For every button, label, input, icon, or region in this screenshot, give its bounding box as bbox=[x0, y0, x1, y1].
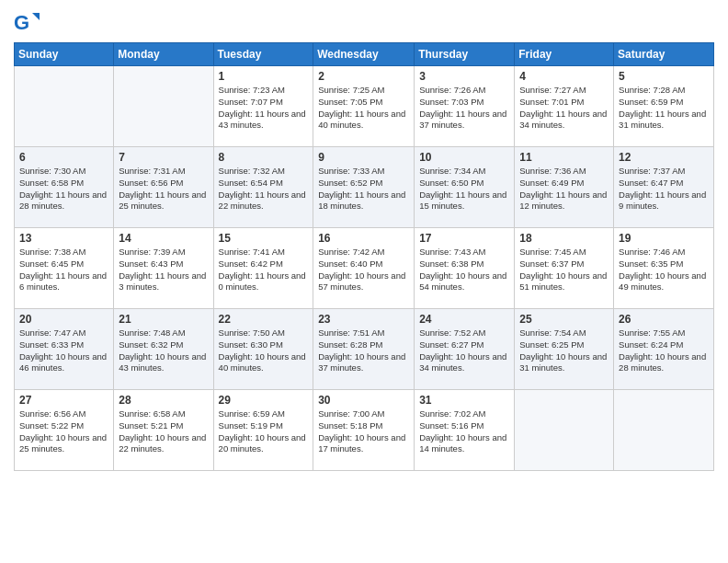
calendar-cell: 15Sunrise: 7:41 AM Sunset: 6:42 PM Dayli… bbox=[213, 228, 313, 309]
calendar-cell: 5Sunrise: 7:28 AM Sunset: 6:59 PM Daylig… bbox=[614, 66, 714, 147]
calendar-cell: 11Sunrise: 7:36 AM Sunset: 6:49 PM Dayli… bbox=[515, 147, 614, 228]
calendar-cell bbox=[15, 66, 114, 147]
day-info: Sunrise: 7:30 AM Sunset: 6:58 PM Dayligh… bbox=[19, 166, 108, 213]
calendar-cell bbox=[515, 390, 614, 471]
day-number: 2 bbox=[318, 70, 409, 83]
day-number: 23 bbox=[318, 313, 409, 326]
calendar-cell: 20Sunrise: 7:47 AM Sunset: 6:33 PM Dayli… bbox=[15, 309, 114, 390]
calendar-cell: 3Sunrise: 7:26 AM Sunset: 7:03 PM Daylig… bbox=[415, 66, 515, 147]
day-info: Sunrise: 7:42 AM Sunset: 6:40 PM Dayligh… bbox=[318, 247, 409, 293]
calendar-cell bbox=[614, 390, 714, 471]
day-number: 30 bbox=[318, 394, 409, 407]
calendar-cell bbox=[114, 66, 213, 147]
day-number: 10 bbox=[419, 151, 509, 164]
calendar-row-2: 6Sunrise: 7:30 AM Sunset: 6:58 PM Daylig… bbox=[15, 147, 714, 228]
day-number: 27 bbox=[19, 394, 108, 407]
day-info: Sunrise: 7:46 AM Sunset: 6:35 PM Dayligh… bbox=[619, 247, 709, 293]
day-number: 18 bbox=[519, 232, 609, 245]
day-number: 19 bbox=[619, 232, 709, 245]
day-info: Sunrise: 7:36 AM Sunset: 6:49 PM Dayligh… bbox=[519, 166, 609, 213]
weekday-header-monday: Monday bbox=[114, 43, 213, 66]
day-number: 16 bbox=[318, 232, 409, 245]
calendar-cell: 23Sunrise: 7:51 AM Sunset: 6:28 PM Dayli… bbox=[313, 309, 415, 390]
calendar-cell: 9Sunrise: 7:33 AM Sunset: 6:52 PM Daylig… bbox=[313, 147, 415, 228]
weekday-header-saturday: Saturday bbox=[614, 43, 714, 66]
day-number: 13 bbox=[19, 232, 108, 245]
calendar-cell: 24Sunrise: 7:52 AM Sunset: 6:27 PM Dayli… bbox=[415, 309, 515, 390]
day-info: Sunrise: 7:45 AM Sunset: 6:37 PM Dayligh… bbox=[519, 247, 609, 293]
day-number: 20 bbox=[19, 313, 108, 326]
calendar-row-1: 1Sunrise: 7:23 AM Sunset: 7:07 PM Daylig… bbox=[15, 66, 714, 147]
calendar-cell: 21Sunrise: 7:48 AM Sunset: 6:32 PM Dayli… bbox=[114, 309, 213, 390]
day-number: 22 bbox=[219, 313, 309, 326]
weekday-header-sunday: Sunday bbox=[15, 43, 114, 66]
header: G bbox=[14, 9, 714, 35]
calendar-cell: 22Sunrise: 7:50 AM Sunset: 6:30 PM Dayli… bbox=[213, 309, 313, 390]
day-info: Sunrise: 7:48 AM Sunset: 6:32 PM Dayligh… bbox=[119, 327, 208, 374]
day-number: 4 bbox=[519, 70, 609, 83]
day-info: Sunrise: 7:25 AM Sunset: 7:05 PM Dayligh… bbox=[318, 85, 409, 132]
day-number: 12 bbox=[619, 151, 709, 164]
day-info: Sunrise: 7:39 AM Sunset: 6:43 PM Dayligh… bbox=[119, 247, 208, 293]
calendar-cell: 16Sunrise: 7:42 AM Sunset: 6:40 PM Dayli… bbox=[313, 228, 415, 309]
day-info: Sunrise: 7:34 AM Sunset: 6:50 PM Dayligh… bbox=[419, 166, 509, 213]
day-number: 9 bbox=[318, 151, 409, 164]
calendar-cell: 26Sunrise: 7:55 AM Sunset: 6:24 PM Dayli… bbox=[614, 309, 714, 390]
calendar-cell: 29Sunrise: 6:59 AM Sunset: 5:19 PM Dayli… bbox=[213, 390, 313, 471]
page: G SundayMondayTuesdayWednesdayThursdayFr… bbox=[0, 0, 728, 563]
day-info: Sunrise: 6:56 AM Sunset: 5:22 PM Dayligh… bbox=[19, 408, 108, 455]
day-info: Sunrise: 7:23 AM Sunset: 7:07 PM Dayligh… bbox=[219, 85, 309, 132]
calendar-row-5: 27Sunrise: 6:56 AM Sunset: 5:22 PM Dayli… bbox=[15, 390, 714, 471]
day-info: Sunrise: 7:52 AM Sunset: 6:27 PM Dayligh… bbox=[419, 327, 509, 374]
day-number: 25 bbox=[519, 313, 609, 326]
calendar-cell: 4Sunrise: 7:27 AM Sunset: 7:01 PM Daylig… bbox=[515, 66, 614, 147]
day-number: 3 bbox=[419, 70, 509, 83]
calendar-cell: 19Sunrise: 7:46 AM Sunset: 6:35 PM Dayli… bbox=[614, 228, 714, 309]
weekday-header-friday: Friday bbox=[515, 43, 614, 66]
calendar-cell: 7Sunrise: 7:31 AM Sunset: 6:56 PM Daylig… bbox=[114, 147, 213, 228]
calendar-cell: 30Sunrise: 7:00 AM Sunset: 5:18 PM Dayli… bbox=[313, 390, 415, 471]
calendar-cell: 6Sunrise: 7:30 AM Sunset: 6:58 PM Daylig… bbox=[15, 147, 114, 228]
day-info: Sunrise: 7:54 AM Sunset: 6:25 PM Dayligh… bbox=[519, 327, 609, 374]
day-info: Sunrise: 7:33 AM Sunset: 6:52 PM Dayligh… bbox=[318, 166, 409, 213]
day-number: 14 bbox=[119, 232, 208, 245]
day-info: Sunrise: 7:51 AM Sunset: 6:28 PM Dayligh… bbox=[318, 327, 409, 374]
calendar-row-3: 13Sunrise: 7:38 AM Sunset: 6:45 PM Dayli… bbox=[15, 228, 714, 309]
calendar-cell: 1Sunrise: 7:23 AM Sunset: 7:07 PM Daylig… bbox=[213, 66, 313, 147]
calendar-cell: 17Sunrise: 7:43 AM Sunset: 6:38 PM Dayli… bbox=[415, 228, 515, 309]
day-info: Sunrise: 7:50 AM Sunset: 6:30 PM Dayligh… bbox=[219, 327, 309, 374]
svg-text:G: G bbox=[14, 11, 29, 34]
calendar-cell: 18Sunrise: 7:45 AM Sunset: 6:37 PM Dayli… bbox=[515, 228, 614, 309]
logo: G bbox=[14, 9, 43, 35]
day-info: Sunrise: 6:59 AM Sunset: 5:19 PM Dayligh… bbox=[219, 408, 309, 455]
day-number: 6 bbox=[19, 151, 108, 164]
day-info: Sunrise: 7:02 AM Sunset: 5:16 PM Dayligh… bbox=[419, 408, 509, 455]
day-number: 24 bbox=[419, 313, 509, 326]
weekday-header-wednesday: Wednesday bbox=[313, 43, 415, 66]
day-info: Sunrise: 7:37 AM Sunset: 6:47 PM Dayligh… bbox=[619, 166, 709, 213]
calendar-cell: 14Sunrise: 7:39 AM Sunset: 6:43 PM Dayli… bbox=[114, 228, 213, 309]
day-info: Sunrise: 7:55 AM Sunset: 6:24 PM Dayligh… bbox=[619, 327, 709, 374]
day-info: Sunrise: 7:27 AM Sunset: 7:01 PM Dayligh… bbox=[519, 85, 609, 132]
day-number: 15 bbox=[219, 232, 309, 245]
day-number: 5 bbox=[619, 70, 709, 83]
day-number: 8 bbox=[219, 151, 309, 164]
day-info: Sunrise: 7:38 AM Sunset: 6:45 PM Dayligh… bbox=[19, 247, 108, 293]
calendar-cell: 13Sunrise: 7:38 AM Sunset: 6:45 PM Dayli… bbox=[15, 228, 114, 309]
day-number: 29 bbox=[219, 394, 309, 407]
day-number: 11 bbox=[519, 151, 609, 164]
day-number: 17 bbox=[419, 232, 509, 245]
day-number: 21 bbox=[119, 313, 208, 326]
day-info: Sunrise: 7:41 AM Sunset: 6:42 PM Dayligh… bbox=[219, 247, 309, 293]
day-number: 1 bbox=[219, 70, 309, 83]
weekday-header-thursday: Thursday bbox=[415, 43, 515, 66]
calendar: SundayMondayTuesdayWednesdayThursdayFrid… bbox=[14, 42, 714, 471]
day-info: Sunrise: 7:31 AM Sunset: 6:56 PM Dayligh… bbox=[119, 166, 208, 213]
calendar-cell: 28Sunrise: 6:58 AM Sunset: 5:21 PM Dayli… bbox=[114, 390, 213, 471]
calendar-cell: 8Sunrise: 7:32 AM Sunset: 6:54 PM Daylig… bbox=[213, 147, 313, 228]
calendar-row-4: 20Sunrise: 7:47 AM Sunset: 6:33 PM Dayli… bbox=[15, 309, 714, 390]
calendar-cell: 2Sunrise: 7:25 AM Sunset: 7:05 PM Daylig… bbox=[313, 66, 415, 147]
day-info: Sunrise: 7:28 AM Sunset: 6:59 PM Dayligh… bbox=[619, 85, 709, 132]
calendar-cell: 25Sunrise: 7:54 AM Sunset: 6:25 PM Dayli… bbox=[515, 309, 614, 390]
calendar-cell: 31Sunrise: 7:02 AM Sunset: 5:16 PM Dayli… bbox=[415, 390, 515, 471]
